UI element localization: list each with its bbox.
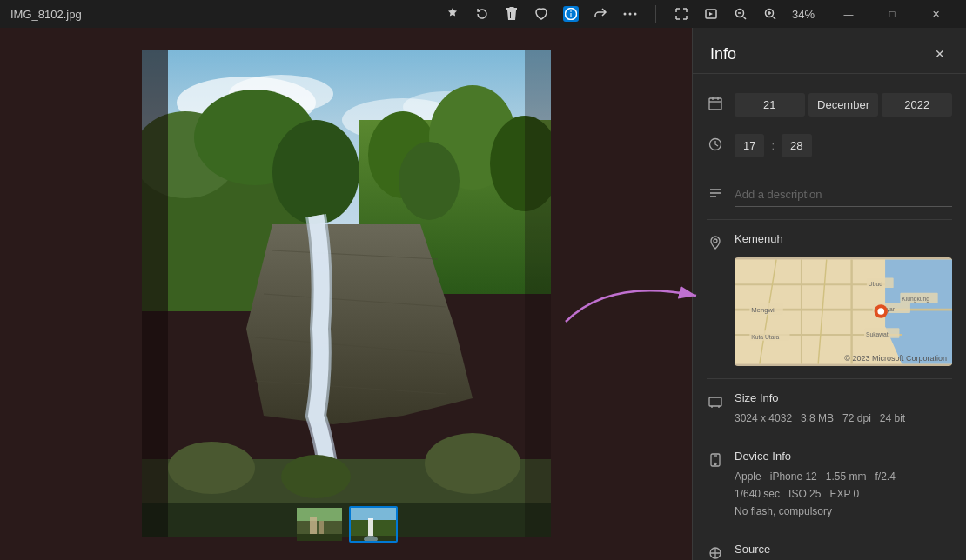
info-panel: Info ✕ 21 December 2022	[692, 28, 966, 560]
svg-point-5	[634, 13, 636, 16]
device-fields: Device Info Apple iPhone 12 1.55 mm f/2.…	[735, 450, 952, 517]
svg-point-54	[714, 239, 717, 243]
toolbar: 34%	[445, 5, 815, 23]
source-icon	[707, 544, 724, 560]
delete-icon[interactable]	[504, 6, 520, 22]
divider-4	[707, 437, 952, 437]
zoom-in-icon[interactable]	[762, 6, 778, 22]
date-fields: 21 December 2022	[735, 93, 952, 117]
map-copyright: © 2023 Microsoft Corporation	[844, 354, 947, 363]
day-selector[interactable]: 21	[735, 93, 805, 117]
thumbnail-image-2	[351, 508, 398, 543]
time-separator: :	[768, 134, 778, 157]
location-row: Kemenuh	[693, 223, 966, 375]
device-flash: No flash, compulsory	[735, 505, 952, 517]
description-icon	[707, 184, 724, 202]
filename-label: IMG_8102.jpg	[10, 8, 445, 21]
divider-1	[707, 170, 952, 170]
year-selector[interactable]: 2022	[882, 93, 952, 117]
zoom-level: 34%	[792, 8, 815, 21]
device-icon	[707, 451, 724, 469]
calendar-icon	[707, 95, 724, 112]
svg-point-76	[877, 308, 884, 315]
info-close-button[interactable]: ✕	[928, 42, 952, 66]
share-icon[interactable]	[593, 6, 608, 22]
svg-text:Klungkung: Klungkung	[902, 296, 929, 303]
info-header: Info ✕	[693, 28, 966, 74]
svg-text:Mengwi: Mengwi	[751, 306, 775, 314]
source-label: Source	[735, 543, 952, 556]
toolbar-separator	[655, 5, 656, 23]
device-line1: Apple iPhone 12 1.55 mm f/2.4	[735, 470, 952, 483]
fullscreen-icon[interactable]	[674, 6, 689, 22]
size-info-row: Size Info 3024 x 4032 3.8 MB 72 dpi 24 b…	[693, 383, 966, 433]
size-info-label: Size Info	[735, 391, 952, 404]
svg-point-4	[628, 13, 631, 16]
rotate-icon[interactable]	[474, 6, 490, 22]
svg-point-79	[714, 463, 716, 465]
svg-point-51	[364, 536, 378, 543]
info-title: Info	[710, 45, 736, 63]
svg-point-36	[168, 442, 255, 494]
titlebar: IMG_8102.jpg	[0, 0, 966, 28]
clock-icon	[707, 136, 724, 153]
divider-3	[707, 378, 952, 379]
svg-rect-39	[142, 50, 168, 537]
thumbnail-1[interactable]	[295, 506, 344, 543]
divider-5	[707, 530, 952, 530]
map-svg: Mengwi Ubud Gianyar Klungkung Kuta Utara…	[735, 257, 952, 366]
description-row	[693, 174, 966, 216]
svg-text:Sukawati: Sukawati	[866, 331, 890, 337]
location-name: Kemenuh	[735, 232, 952, 245]
main-image-wrapper	[142, 50, 551, 537]
svg-rect-48	[351, 508, 398, 520]
size-fields: Size Info 3024 x 4032 3.8 MB 72 dpi 24 b…	[735, 391, 952, 424]
svg-rect-1	[570, 13, 571, 17]
month-selector[interactable]: December	[808, 93, 879, 117]
info-icon[interactable]	[563, 6, 579, 22]
thumbnail-2[interactable]	[349, 506, 398, 543]
svg-rect-40	[525, 50, 551, 537]
date-selectors: 21 December 2022	[735, 93, 952, 117]
location-fields: Kemenuh	[735, 232, 952, 366]
source-row: Source This PC	[693, 534, 966, 560]
favorite-icon[interactable]	[533, 6, 549, 22]
zoom-out-icon[interactable]	[733, 6, 748, 22]
thumbnail-strip	[295, 506, 398, 543]
thumbnail-image-1	[297, 508, 344, 543]
svg-rect-43	[297, 508, 344, 521]
ai-enhance-icon[interactable]	[445, 6, 460, 22]
size-details: 3024 x 4032 3.8 MB 72 dpi 24 bit	[735, 412, 952, 424]
divider-2	[707, 219, 952, 220]
device-info-row: Device Info Apple iPhone 12 1.55 mm f/2.…	[693, 441, 966, 526]
close-button[interactable]: ✕	[916, 0, 956, 28]
size-icon	[707, 393, 724, 410]
time-fields: 17 : 28	[735, 134, 952, 157]
svg-point-37	[281, 455, 351, 498]
device-line2: 1/640 sec ISO 25 EXP 0	[735, 488, 952, 500]
svg-point-2	[570, 10, 572, 12]
source-fields: Source This PC	[735, 543, 952, 560]
minute-selector[interactable]: 28	[782, 134, 811, 157]
description-field	[735, 183, 952, 207]
svg-rect-46	[297, 534, 344, 543]
time-row: 17 : 28	[693, 125, 966, 166]
description-input[interactable]	[735, 183, 952, 207]
main-image	[142, 50, 551, 537]
location-map[interactable]: Mengwi Ubud Gianyar Klungkung Kuta Utara…	[735, 257, 952, 366]
window-controls: — □ ✕	[828, 0, 956, 28]
svg-point-38	[425, 433, 520, 494]
minimize-button[interactable]: —	[828, 0, 869, 28]
info-content: 21 December 2022 17 :	[693, 74, 966, 560]
slideshow-icon[interactable]	[703, 6, 719, 22]
svg-rect-77	[709, 397, 721, 406]
more-options-icon[interactable]	[622, 6, 638, 22]
main-content: Info ✕ 21 December 2022	[0, 28, 966, 560]
svg-text:Ubud: Ubud	[869, 281, 882, 287]
svg-rect-52	[709, 98, 721, 110]
hour-selector[interactable]: 17	[735, 134, 764, 157]
svg-point-3	[623, 13, 626, 16]
svg-point-23	[272, 120, 359, 224]
maximize-button[interactable]: □	[872, 0, 912, 28]
svg-point-19	[399, 142, 460, 220]
